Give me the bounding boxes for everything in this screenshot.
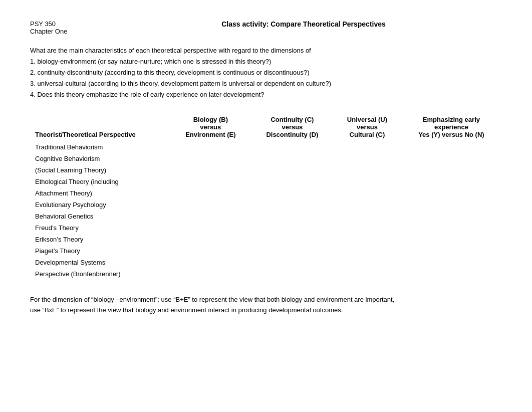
cell-2: [170, 257, 251, 268]
cell-3: [251, 234, 334, 245]
cell-3: [251, 222, 334, 234]
cell-4: [334, 141, 401, 153]
cell-4: [334, 187, 401, 199]
col-header-5: Emphasizing early experience Yes (Y) ver…: [401, 113, 502, 141]
table-row: Ethological Theory (including: [30, 176, 502, 187]
cell-4: [334, 176, 401, 187]
cell-5: [401, 153, 502, 164]
theory-name: Piaget’s Theory: [30, 245, 170, 257]
cell-4: [334, 211, 401, 222]
table-row: Cognitive Behaviorism: [30, 153, 502, 164]
cell-3: [251, 245, 334, 257]
col-header-4: Universal (U) versus Cultural (C): [334, 113, 401, 141]
cell-2: [170, 234, 251, 245]
cell-3: [251, 268, 334, 280]
cell-2: [170, 164, 251, 176]
cell-4: [334, 164, 401, 176]
cell-2: [170, 245, 251, 257]
col-header-2: Biology (B) versus Environment (E): [170, 113, 251, 141]
comparison-table: Theorist/Theoretical Perspective Biology…: [30, 113, 502, 280]
cell-2: [170, 268, 251, 280]
table-row: (Social Learning Theory): [30, 164, 502, 176]
cell-5: [401, 234, 502, 245]
theory-name: Cognitive Behaviorism: [30, 153, 170, 164]
cell-3: [251, 211, 334, 222]
theory-name: Erikson’s Theory: [30, 234, 170, 245]
cell-4: [334, 268, 401, 280]
cell-5: [401, 245, 502, 257]
theory-name: Behavioral Genetics: [30, 211, 170, 222]
footer-line-2: use “BxE” to represent the view that bio…: [30, 305, 502, 316]
footer-line-1: For the dimension of “biology –environme…: [30, 295, 502, 305]
cell-5: [401, 211, 502, 222]
theory-name: Perspective (Bronfenbrenner): [30, 268, 170, 280]
table-row: Traditional Behaviorism: [30, 141, 502, 153]
cell-4: [334, 222, 401, 234]
cell-3: [251, 176, 334, 187]
cell-5: [401, 268, 502, 280]
cell-5: [401, 176, 502, 187]
theory-name: Evolutionary Psychology: [30, 199, 170, 211]
table-row: Behavioral Genetics: [30, 211, 502, 222]
theory-name: Freud’s Theory: [30, 222, 170, 234]
cell-4: [334, 234, 401, 245]
table-row: Evolutionary Psychology: [30, 199, 502, 211]
table-row: Erikson’s Theory: [30, 234, 502, 245]
table-row: Attachment Theory): [30, 187, 502, 199]
cell-3: [251, 164, 334, 176]
col-header-3: Continuity (C) versus Discontinuity (D): [251, 113, 334, 141]
cell-5: [401, 141, 502, 153]
instruction-item-3: 3. universal-cultural (according to this…: [30, 78, 502, 89]
cell-2: [170, 187, 251, 199]
cell-5: [401, 222, 502, 234]
chapter-label: Chapter One: [30, 28, 105, 35]
cell-2: [170, 222, 251, 234]
theory-name: Attachment Theory): [30, 187, 170, 199]
table-row: Piaget’s Theory: [30, 245, 502, 257]
instruction-item-2: 2. continuity-discontinuity (according t…: [30, 67, 502, 78]
cell-4: [334, 199, 401, 211]
cell-3: [251, 257, 334, 268]
instructions: What are the main characteristics of eac…: [30, 45, 502, 100]
theory-name: Traditional Behaviorism: [30, 141, 170, 153]
theory-name: Ethological Theory (including: [30, 176, 170, 187]
cell-3: [251, 187, 334, 199]
cell-2: [170, 199, 251, 211]
table-section: Theorist/Theoretical Perspective Biology…: [30, 113, 502, 280]
col-header-1: Theorist/Theoretical Perspective: [30, 113, 170, 141]
cell-3: [251, 141, 334, 153]
cell-5: [401, 199, 502, 211]
cell-5: [401, 257, 502, 268]
instruction-item-4: 4. Does this theory emphasize the role o…: [30, 89, 502, 100]
cell-4: [334, 153, 401, 164]
theory-name: (Social Learning Theory): [30, 164, 170, 176]
table-row: Perspective (Bronfenbrenner): [30, 268, 502, 280]
header: PSY 350 Chapter One Class activity: Comp…: [30, 20, 502, 35]
instructions-intro: What are the main characteristics of eac…: [30, 45, 502, 56]
cell-3: [251, 199, 334, 211]
cell-3: [251, 153, 334, 164]
course-code: PSY 350: [30, 20, 105, 28]
table-row: Developmental Systems: [30, 257, 502, 268]
cell-2: [170, 176, 251, 187]
theory-name: Developmental Systems: [30, 257, 170, 268]
cell-2: [170, 153, 251, 164]
footer-note: For the dimension of “biology –environme…: [30, 295, 502, 316]
page-title: Class activity: Compare Theoretical Pers…: [105, 20, 502, 28]
cell-2: [170, 141, 251, 153]
table-row: Freud’s Theory: [30, 222, 502, 234]
cell-4: [334, 245, 401, 257]
cell-5: [401, 164, 502, 176]
cell-5: [401, 187, 502, 199]
instruction-item-1: 1. biology-environment (or say nature-nu…: [30, 56, 502, 67]
cell-4: [334, 257, 401, 268]
cell-2: [170, 211, 251, 222]
